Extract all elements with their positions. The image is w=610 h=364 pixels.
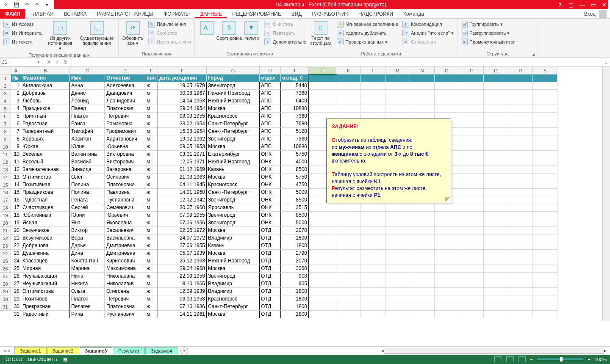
cell[interactable]: ж <box>145 143 158 151</box>
cell[interactable] <box>484 212 508 219</box>
fx-icon[interactable]: fx <box>64 59 67 65</box>
cell[interactable] <box>459 189 484 196</box>
cell[interactable] <box>385 212 410 219</box>
cell[interactable]: Толерантный <box>21 128 70 135</box>
cell[interactable]: ОТД <box>260 295 281 303</box>
cell[interactable]: Юбилейный <box>21 212 70 219</box>
cell[interactable]: ОТД <box>260 288 281 295</box>
row-header-17[interactable]: 17 <box>0 196 11 204</box>
cell[interactable]: м <box>145 90 158 97</box>
cell[interactable] <box>533 181 557 189</box>
cell[interactable] <box>435 257 459 265</box>
row-header-6[interactable]: 6 <box>0 113 11 120</box>
cell[interactable] <box>361 212 385 219</box>
cell[interactable] <box>508 181 533 189</box>
cell[interactable] <box>410 90 435 97</box>
cell[interactable] <box>533 82 557 90</box>
cell[interactable] <box>385 97 410 105</box>
cell[interactable] <box>309 265 336 273</box>
cell[interactable]: Нижний Новгород <box>207 158 260 166</box>
cell[interactable] <box>309 303 336 311</box>
cell[interactable] <box>533 128 557 135</box>
cell[interactable] <box>385 82 410 90</box>
sheet-tab-3[interactable]: Результат <box>113 347 145 354</box>
cell[interactable]: Харитонович <box>105 135 145 143</box>
cell[interactable]: Полина <box>70 189 105 196</box>
tab-file[interactable]: ФАЙЛ <box>0 9 25 19</box>
cell[interactable] <box>508 257 533 265</box>
cell[interactable]: 1800 <box>281 311 309 318</box>
select-all-corner[interactable] <box>0 67 11 74</box>
cell[interactable]: 20 <box>11 227 21 234</box>
row-header-27[interactable]: 27 <box>0 273 11 280</box>
cell[interactable]: ж <box>145 151 158 158</box>
cell[interactable] <box>410 97 435 105</box>
cell[interactable] <box>533 273 557 280</box>
tab-4[interactable]: ДАННЫЕ <box>195 11 227 18</box>
cell[interactable] <box>361 242 385 250</box>
cell[interactable]: Звенигород <box>207 82 260 90</box>
cell[interactable]: Везунчиков <box>21 227 70 234</box>
remove-duplicates-button[interactable]: ⧉Удалить дубликаты <box>336 29 399 37</box>
cell[interactable] <box>361 97 385 105</box>
cell[interactable] <box>484 181 508 189</box>
cell[interactable] <box>484 196 508 204</box>
cell[interactable]: 1800 <box>281 242 309 250</box>
cell[interactable] <box>533 295 557 303</box>
cell[interactable] <box>484 174 508 181</box>
cell[interactable] <box>385 265 410 273</box>
cell[interactable] <box>361 250 385 257</box>
cell[interactable]: 905 <box>281 280 309 288</box>
cell[interactable]: АПС <box>260 113 281 120</box>
cell[interactable] <box>435 90 459 97</box>
cell[interactable] <box>508 311 533 318</box>
cell[interactable] <box>533 74 557 82</box>
cell[interactable] <box>484 135 508 143</box>
cell[interactable] <box>484 189 508 196</box>
col-header-B[interactable]: B <box>21 67 70 74</box>
from-web-button[interactable]: ⊕Из Интернета <box>3 29 42 37</box>
sheet-tab-0[interactable]: Задание1 <box>14 347 47 354</box>
cell[interactable]: Звенигород <box>207 212 260 219</box>
cell[interactable]: 5000 <box>281 219 309 227</box>
cell[interactable] <box>484 97 508 105</box>
cell[interactable]: 01.12.1969 <box>158 166 207 174</box>
text-to-columns-button[interactable]: ⎅Текст по столбцам <box>308 20 333 47</box>
sheet-nav-first-icon[interactable]: ◂ <box>3 348 6 353</box>
zoom-level[interactable]: 100% <box>595 357 607 362</box>
cell[interactable]: м <box>145 105 158 113</box>
cell[interactable] <box>361 227 385 234</box>
cell[interactable]: 4750 <box>281 181 309 189</box>
cell[interactable] <box>336 273 361 280</box>
formula-input[interactable] <box>72 58 602 66</box>
col-header-R[interactable]: R <box>508 67 533 74</box>
cell[interactable]: Вера <box>70 234 105 242</box>
row-header-22[interactable]: 22 <box>0 234 11 242</box>
cell[interactable]: Неунывающая <box>21 273 70 280</box>
row-header-28[interactable]: 28 <box>0 280 11 288</box>
name-box[interactable]: J1▼ <box>0 58 42 66</box>
cell[interactable]: Имя <box>70 74 105 82</box>
group-button[interactable]: ⊞Группировать ▾ <box>460 20 516 28</box>
cell[interactable]: ОТД <box>260 265 281 273</box>
cell[interactable] <box>484 234 508 242</box>
cell[interactable]: 8500 <box>281 212 309 219</box>
row-header-1[interactable]: 1 <box>0 74 11 82</box>
cell[interactable]: Яковлевна <box>105 219 145 227</box>
cell[interactable] <box>459 242 484 250</box>
row-header-24[interactable]: 24 <box>0 250 11 257</box>
cell[interactable]: 17 <box>11 204 21 212</box>
cell[interactable] <box>309 105 336 113</box>
cell[interactable]: № <box>11 74 21 82</box>
cell[interactable]: Ольга <box>70 288 105 295</box>
cell[interactable]: Трофимович <box>105 128 145 135</box>
row-header-26[interactable]: 26 <box>0 265 11 273</box>
cell[interactable] <box>508 204 533 212</box>
cell[interactable] <box>459 120 484 128</box>
cell[interactable]: м <box>145 295 158 303</box>
cell[interactable]: АПС <box>260 128 281 135</box>
cell[interactable] <box>459 212 484 219</box>
cell[interactable] <box>484 143 508 151</box>
cell[interactable]: ж <box>145 189 158 196</box>
cell[interactable]: Прекрасная <box>21 303 70 311</box>
